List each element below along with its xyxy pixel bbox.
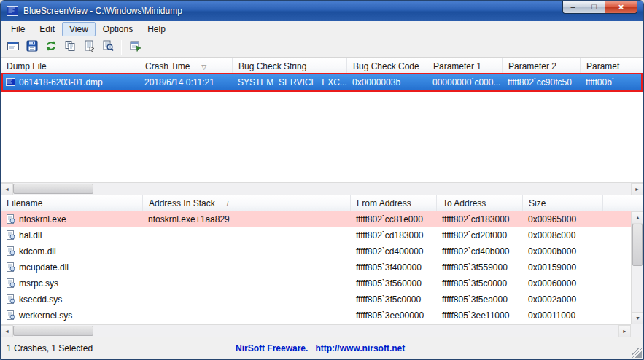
scrollbar-track[interactable]: [13, 325, 618, 337]
scrollbar-thumb[interactable]: [13, 184, 93, 194]
filename: werkernel.sys: [19, 310, 72, 321]
filename-cell: hal.dll: [1, 227, 143, 243]
dump-window-icon: [7, 39, 20, 55]
system-file-icon: [6, 230, 16, 240]
scrollbar-track[interactable]: [632, 224, 643, 312]
close-icon: ×: [618, 2, 624, 12]
upper-horizontal-scrollbar[interactable]: ◄ ►: [1, 182, 643, 195]
column-label: Bug Check Code: [353, 61, 419, 71]
menu-options[interactable]: Options: [96, 22, 140, 36]
column-header-bug-check-code[interactable]: Bug Check Code: [347, 58, 427, 74]
module-row[interactable]: werkernel.sys fffff805`3ee00000 fffff805…: [1, 308, 631, 324]
scrollbar-track[interactable]: [13, 183, 631, 195]
close-button[interactable]: ×: [605, 1, 637, 14]
scroll-right-button[interactable]: ►: [618, 325, 631, 337]
refresh-icon: [44, 39, 58, 55]
filename-cell: msrpc.sys: [1, 275, 143, 291]
scrollbar-thumb[interactable]: [632, 224, 643, 266]
filename: kdcom.dll: [19, 246, 56, 257]
refresh-button[interactable]: [42, 39, 59, 55]
scroll-down-button[interactable]: ▼: [632, 312, 643, 324]
column-label: Crash Time: [145, 61, 190, 71]
size-cell: 0x0002a000: [523, 291, 603, 308]
nirsoft-link[interactable]: http://www.nirsoft.net: [315, 343, 405, 353]
dump-file-cell: 061418-6203-01.dmp: [1, 74, 139, 90]
dump-list-pane: Dump File Crash Time▽ Bug Check String B…: [1, 58, 643, 195]
module-row[interactable]: hal.dll fffff802`cd183000 fffff802`cd20f…: [1, 227, 631, 243]
column-header-crash-time[interactable]: Crash Time▽: [139, 58, 233, 74]
column-header-to-address[interactable]: To Address: [437, 195, 523, 211]
column-header-bug-check-string[interactable]: Bug Check String: [233, 58, 347, 74]
column-header-parameter-1[interactable]: Parameter 1: [427, 58, 503, 74]
column-label: From Address: [357, 198, 411, 208]
find-button[interactable]: [99, 39, 116, 55]
copy-icon: [63, 39, 77, 55]
system-file-icon: [6, 262, 16, 273]
parameter-2-cell: fffff802`cc90fc50: [503, 74, 581, 90]
from-address-cell: fffff802`cd400000: [351, 243, 437, 259]
column-header-parameter-2[interactable]: Parameter 2: [503, 58, 581, 74]
lower-horizontal-scrollbar[interactable]: ◄ ►: [1, 324, 631, 337]
column-header-filename[interactable]: Filename: [1, 195, 143, 211]
from-address-cell: fffff805`3ee00000: [351, 308, 437, 324]
sort-indicator-icon: ▽: [201, 63, 206, 71]
titlebar[interactable]: BlueScreenView - C:\Windows\Minidump – □…: [1, 1, 643, 21]
column-header-parameter-3[interactable]: Paramet: [581, 58, 643, 74]
column-header-from-address[interactable]: From Address: [351, 195, 437, 211]
scroll-left-button[interactable]: ◄: [1, 325, 13, 337]
menu-edit[interactable]: Edit: [32, 22, 62, 36]
menu-help[interactable]: Help: [140, 22, 173, 36]
scroll-left-button[interactable]: ◄: [1, 183, 13, 195]
bluescreenview-window: BlueScreenView - C:\Windows\Minidump – □…: [0, 0, 644, 360]
scrollbar-thumb[interactable]: [13, 326, 93, 336]
vertical-scrollbar[interactable]: ▲ ▼: [631, 211, 643, 324]
sort-indicator-icon: /: [227, 200, 229, 208]
toolbar-separator: [121, 40, 122, 55]
menubar: File Edit View Options Help: [1, 21, 643, 37]
scroll-right-button[interactable]: ►: [631, 183, 643, 195]
column-header-size[interactable]: Size: [523, 195, 603, 211]
scroll-up-button[interactable]: ▲: [632, 211, 643, 224]
column-label: To Address: [443, 198, 486, 208]
save-button[interactable]: [23, 39, 40, 55]
bug-check-code-cell: 0x0000003b: [347, 74, 427, 90]
address-in-stack-cell: [143, 308, 351, 324]
menu-view[interactable]: View: [62, 22, 96, 36]
dump-row-selected[interactable]: 061418-6203-01.dmp 2018/6/14 0:11:21 SYS…: [1, 74, 643, 90]
column-label: Parameter 1: [433, 61, 481, 71]
dump-file-name: 061418-6203-01.dmp: [19, 77, 103, 87]
menu-file[interactable]: File: [4, 22, 32, 36]
module-row[interactable]: msrpc.sys fffff805`3f560000 fffff805`3f5…: [1, 275, 631, 291]
column-header-dump-file[interactable]: Dump File: [1, 58, 139, 74]
minimize-button[interactable]: –: [562, 1, 583, 14]
dump-list-body: 061418-6203-01.dmp 2018/6/14 0:11:21 SYS…: [1, 74, 643, 182]
module-row[interactable]: ntoskrnl.exe ntoskrnl.exe+1aa829 fffff80…: [1, 211, 631, 227]
filename: ksecdd.sys: [19, 294, 62, 305]
properties-button[interactable]: [80, 39, 97, 55]
driver-list-pane: Filename Address In Stack/ From Address …: [1, 195, 643, 337]
from-address-cell: fffff802`cc81e000: [351, 211, 437, 227]
column-header-address-in-stack[interactable]: Address In Stack/: [143, 195, 351, 211]
column-label: Bug Check String: [238, 61, 306, 71]
find-icon: [101, 39, 115, 55]
driver-list-header: Filename Address In Stack/ From Address …: [1, 195, 643, 211]
copy-button[interactable]: [61, 39, 78, 55]
address-in-stack-cell: [143, 227, 351, 243]
save-icon: [26, 39, 39, 55]
to-address-cell: fffff802`cd40b000: [437, 243, 523, 259]
toolbar: [1, 37, 643, 58]
crash-count-status: 1 Crashes, 1 Selected: [7, 343, 93, 353]
to-address-cell: fffff805`3f559000: [437, 259, 523, 275]
system-file-icon: [6, 214, 16, 224]
module-row[interactable]: kdcom.dll fffff802`cd400000 fffff802`cd4…: [1, 243, 631, 259]
resize-grip[interactable]: [632, 348, 642, 358]
size-cell: 0x00159000: [523, 259, 603, 275]
advanced-options-button[interactable]: [127, 39, 144, 55]
module-row[interactable]: mcupdate.dll fffff805`3f400000 fffff805`…: [1, 259, 631, 275]
filename: hal.dll: [19, 230, 42, 240]
maximize-button[interactable]: □: [583, 1, 605, 14]
status-section-empty: [538, 337, 643, 359]
size-cell: 0x00060000: [523, 275, 603, 291]
module-row[interactable]: ksecdd.sys fffff805`3f5c0000 fffff805`3f…: [1, 291, 631, 308]
dump-window-button[interactable]: [4, 39, 21, 55]
